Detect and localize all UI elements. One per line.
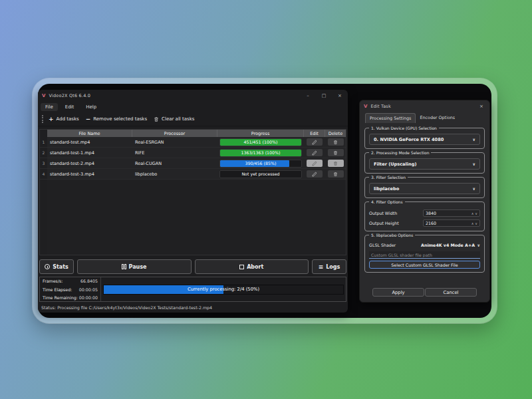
trash-icon — [333, 161, 338, 166]
edit-task-button[interactable] — [307, 149, 323, 156]
main-window: V Video2X Qt6 6.4.0 – □ × File Edit Help… — [38, 90, 348, 313]
spin-down-icon[interactable]: ∨ — [475, 221, 477, 225]
elapsed-label: Time Elapsed: — [43, 287, 72, 292]
minus-icon: − — [86, 116, 91, 122]
app-icon: V — [364, 104, 367, 109]
pencil-icon — [312, 140, 317, 145]
gpu-select[interactable]: 0. NVIDIA GeForce RTX 4080 ∨ — [369, 134, 480, 145]
stats-panel: Frames/s:66.8405 Time Elapsed:00:00:05 T… — [39, 277, 346, 302]
table-row[interactable]: standard-test-3.mp4 libplacebo Not yet p… — [47, 169, 346, 180]
spin-up-icon[interactable]: ∧ — [471, 221, 474, 225]
progress-text: Not yet processed — [220, 171, 301, 178]
output-height-value: 2160 — [426, 221, 436, 225]
header-edit[interactable]: Edit — [304, 130, 325, 137]
mode-select[interactable]: Filter (Upscaling) ∨ — [369, 158, 480, 170]
clock-icon — [45, 264, 50, 269]
select-shader-file-button[interactable]: Select Custom GLSL Shader File — [369, 261, 480, 269]
edit-titlebar[interactable]: V Edit Task × — [360, 100, 489, 112]
pencil-icon — [312, 150, 317, 156]
trash-icon — [154, 116, 159, 122]
cell-file-name: standard-test-2.mp4 — [47, 161, 132, 166]
header-file-name[interactable]: File Name — [47, 130, 132, 137]
menu-edit[interactable]: Edit — [61, 103, 79, 111]
menu-file[interactable]: File — [41, 103, 58, 111]
custom-shader-path-input[interactable] — [369, 251, 480, 259]
main-titlebar[interactable]: V Video2X Qt6 6.4.0 – □ × — [38, 90, 348, 101]
filter-select[interactable]: libplacebo ∨ — [369, 183, 480, 194]
gpu-select-value: 0. NVIDIA GeForce RTX 4080 — [374, 137, 444, 142]
app-icon: V — [42, 93, 45, 98]
toolbar-drag-handle[interactable] — [42, 115, 43, 123]
chevron-down-icon: ∨ — [472, 186, 475, 191]
glsl-shader-value: Anime4K v4 Mode A+A — [421, 243, 475, 247]
filter-selection-group: 3. Filter Selection libplacebo ∨ — [364, 177, 485, 198]
libplacebo-options-label: 5. libplacebo Options — [369, 233, 415, 237]
cell-processor: Real-ESRGAN — [132, 140, 217, 145]
frames-label: Frames/s: — [43, 279, 63, 283]
pencil-icon — [312, 161, 317, 166]
maximize-icon[interactable]: □ — [316, 90, 332, 101]
glsl-shader-select[interactable]: Anime4K v4 Mode A+A ∨ — [421, 243, 480, 247]
processing-mode-group: 2. Processing Mode Selection Filter (Ups… — [364, 152, 485, 174]
add-tasks-button[interactable]: + Add tasks — [49, 116, 79, 122]
chevron-down-icon: ∨ — [472, 162, 475, 166]
row-number: 4 — [40, 169, 47, 180]
minimize-icon[interactable]: – — [300, 90, 316, 101]
pause-button[interactable]: Pause — [77, 259, 192, 274]
edit-window-title: Edit Task — [370, 104, 390, 109]
cell-progress: 1363/1363 (100%) — [217, 149, 304, 157]
delete-task-button[interactable] — [328, 149, 344, 156]
status-bar: Status: Processing file C:/Users/k4yt3x/… — [38, 302, 348, 313]
edit-task-button-disabled — [307, 160, 323, 167]
table-row[interactable]: standard-test-1.mp4 RIFE 1363/1363 (100%… — [47, 148, 346, 158]
table-row[interactable]: standard-test-2.mp4 Real-CUGAN 390/456 (… — [47, 158, 346, 169]
chevron-down-icon: ∨ — [472, 137, 475, 142]
pause-label: Pause — [129, 264, 147, 270]
edit-tabs: Processing Settings Encoder Options — [365, 113, 489, 123]
vulkan-group-label: 1. Vulkan Device (GPU) Selection — [369, 126, 439, 130]
pause-icon — [122, 264, 126, 269]
logs-label: Logs — [326, 264, 340, 270]
table-row[interactable]: standard-test.mp4 Real-ESRGAN 451/451 (1… — [47, 137, 346, 148]
edit-task-button[interactable] — [307, 170, 323, 178]
stop-icon — [239, 265, 244, 269]
cell-progress: 451/451 (100%) — [217, 138, 304, 146]
frames-value: 66.8405 — [80, 279, 98, 283]
output-width-label: Output Width — [369, 211, 423, 215]
delete-task-button[interactable] — [328, 170, 344, 178]
progress-text: 390/456 (85%) — [220, 160, 301, 167]
status-text: Status: Processing file C:/Users/k4yt3x/… — [41, 305, 212, 310]
pencil-icon — [312, 172, 317, 177]
filter-options-label: 4. Filter Options — [369, 200, 405, 204]
add-tasks-label: Add tasks — [57, 116, 79, 122]
cancel-button[interactable]: Cancel — [425, 288, 477, 297]
stats-button[interactable]: Stats — [39, 259, 74, 274]
filter-select-value: libplacebo — [374, 186, 399, 192]
progress-text: 451/451 (100%) — [220, 139, 301, 146]
header-processor[interactable]: Processor — [132, 130, 217, 137]
row-number: 1 — [40, 137, 47, 148]
cell-processor: Real-CUGAN — [132, 161, 217, 166]
tab-processing-settings[interactable]: Processing Settings — [365, 113, 416, 123]
logs-button[interactable]: ≡ Logs — [312, 259, 346, 274]
row-number: 3 — [40, 158, 47, 169]
close-icon[interactable]: × — [332, 90, 348, 101]
close-icon[interactable]: × — [473, 100, 489, 112]
header-delete[interactable]: Delete — [325, 130, 346, 137]
header-progress[interactable]: Progress — [217, 130, 304, 137]
tab-encoder-options[interactable]: Encoder Options — [416, 113, 459, 123]
delete-task-button[interactable] — [328, 138, 344, 146]
edit-task-button[interactable] — [307, 138, 323, 146]
clear-tasks-button[interactable]: Clear all tasks — [154, 116, 194, 122]
spin-up-icon[interactable]: ∧ — [471, 211, 474, 215]
window-title: Video2X Qt6 6.4.0 — [49, 93, 90, 98]
apply-button[interactable]: Apply — [372, 288, 424, 297]
output-height-stepper[interactable]: 2160 ∧∨ — [423, 219, 480, 227]
menu-help[interactable]: Help — [81, 103, 101, 111]
libplacebo-options-group: 5. libplacebo Options GLSL Shader Anime4… — [364, 235, 485, 273]
abort-button[interactable]: Abort — [195, 259, 309, 274]
output-width-stepper[interactable]: 3840 ∧∨ — [423, 209, 480, 217]
mode-group-label: 2. Processing Mode Selection — [369, 150, 431, 155]
remove-tasks-button[interactable]: − Remove selected tasks — [86, 116, 147, 122]
spin-down-icon[interactable]: ∨ — [475, 211, 477, 215]
